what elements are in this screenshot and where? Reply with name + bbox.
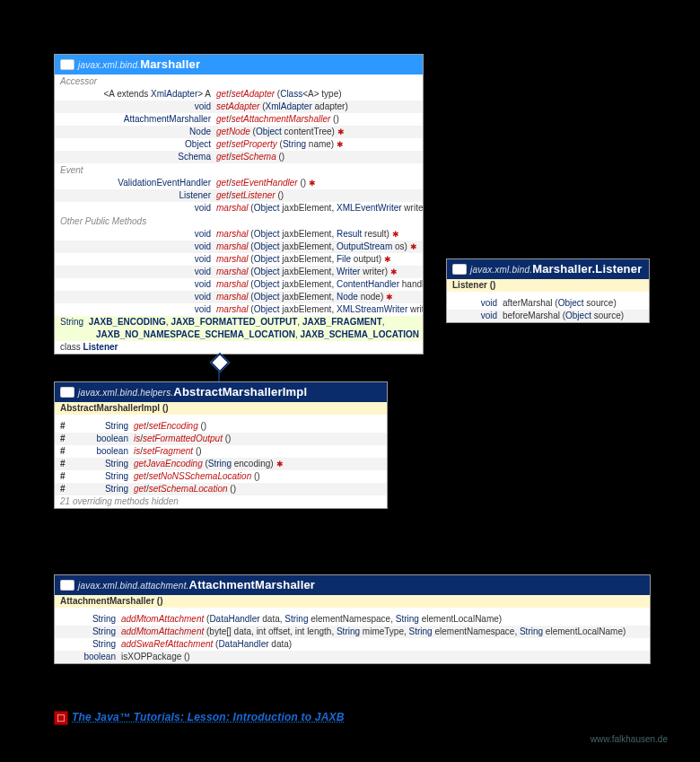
method-row: StringaddMtomAttachment (DataHandler dat… — [55, 613, 650, 626]
class-icon — [452, 264, 467, 275]
listener-box: javax.xml.bind.Marshaller.Listener Liste… — [446, 258, 650, 323]
attach-box: javax.xml.bind.attachment.AttachmentMars… — [54, 574, 651, 664]
method-row: StringaddSwaRefAttachment (DataHandler d… — [55, 638, 650, 651]
method-row: voidmarshal (Object jaxbElement, Node no… — [55, 291, 423, 303]
method-row: voidmarshal (Object jaxbElement, XMLStre… — [55, 303, 423, 316]
marshaller-header: javax.xml.bind.Marshaller — [55, 55, 423, 74]
method-row: #Stringget/setNoNSSchemaLocation () — [55, 470, 387, 483]
method-row: StringaddMtomAttachment (byte[] data, in… — [55, 626, 650, 638]
method-row: Objectget/setProperty (String name)✱ — [55, 138, 423, 151]
tutorial-link[interactable]: The Java™ Tutorials: Lesson: Introductio… — [72, 711, 345, 723]
method-row: NodegetNode (Object contentTree)✱ — [55, 126, 423, 138]
method-row: voidmarshal (Object jaxbElement, File ou… — [55, 253, 423, 266]
constants-row: String JAXB_ENCODING, JAXB_FORMATTED_OUT… — [55, 316, 423, 328]
hidden-note: 21 overriding methods hidden — [55, 495, 387, 508]
method-row: voidmarshal (Object jaxbElement, Writer … — [55, 266, 423, 278]
constructor: AttachmentMarshaller () — [55, 595, 650, 608]
method-row: voidmarshal (Object jaxbElement, OutputS… — [55, 241, 423, 253]
method-row: voidmarshal (Object jaxbElement, Content… — [55, 278, 423, 291]
method-row: #booleanis/setFragment () — [55, 445, 387, 458]
section-other: Other Public Methods — [55, 215, 423, 228]
footer-link[interactable]: www.falkhausen.de — [591, 734, 668, 744]
constructor: Listener () — [447, 279, 649, 292]
method-row: voidafterMarshal (Object source) — [447, 297, 649, 310]
marshaller-box: javax.xml.bind.Marshaller Accessor <A ex… — [54, 54, 424, 355]
impl-header: javax.xml.bind.helpers.AbstractMarshalle… — [55, 382, 387, 402]
method-row: #StringgetJavaEncoding (String encoding)… — [55, 458, 387, 470]
connector-arrow — [210, 353, 231, 373]
listener-header: javax.xml.bind.Marshaller.Listener — [447, 259, 649, 279]
method-row: booleanisXOPPackage () — [55, 651, 650, 663]
method-row: voidbeforeMarshal (Object source) — [447, 310, 649, 322]
method-row: Schemaget/setSchema () — [55, 151, 423, 163]
method-row: voidsetAdapter (XmlAdapter adapter) — [55, 101, 423, 113]
class-icon — [60, 580, 74, 591]
method-row: <A extends XmlAdapter> Aget/setAdapter (… — [55, 88, 423, 101]
method-row: ValidationEventHandlerget/setEventHandle… — [55, 177, 423, 189]
section-accessor: Accessor — [55, 74, 423, 88]
method-row: #Stringget/setSchemaLocation () — [55, 483, 387, 495]
constants-row: JAXB_NO_NAMESPACE_SCHEMA_LOCATION, JAXB_… — [55, 328, 423, 341]
section-event: Event — [55, 163, 423, 177]
class-icon — [60, 387, 74, 398]
method-row: voidmarshal (Object jaxbElement, Result … — [55, 228, 423, 241]
method-row: Listenerget/setListener () — [55, 189, 423, 202]
oracle-icon: □ — [54, 711, 68, 725]
method-row: #booleanis/setFormattedOutput () — [55, 433, 387, 445]
class-row: class Listener — [55, 341, 423, 354]
interface-icon — [60, 59, 74, 70]
impl-box: javax.xml.bind.helpers.AbstractMarshalle… — [54, 381, 388, 509]
constructor: AbstractMarshallerImpl () — [55, 402, 387, 415]
method-row: voidmarshal (Object jaxbElement, XMLEven… — [55, 202, 423, 215]
method-row: #Stringget/setEncoding () — [55, 420, 387, 433]
attach-header: javax.xml.bind.attachment.AttachmentMars… — [55, 575, 650, 595]
method-row: AttachmentMarshallerget/setAttachmentMar… — [55, 113, 423, 126]
